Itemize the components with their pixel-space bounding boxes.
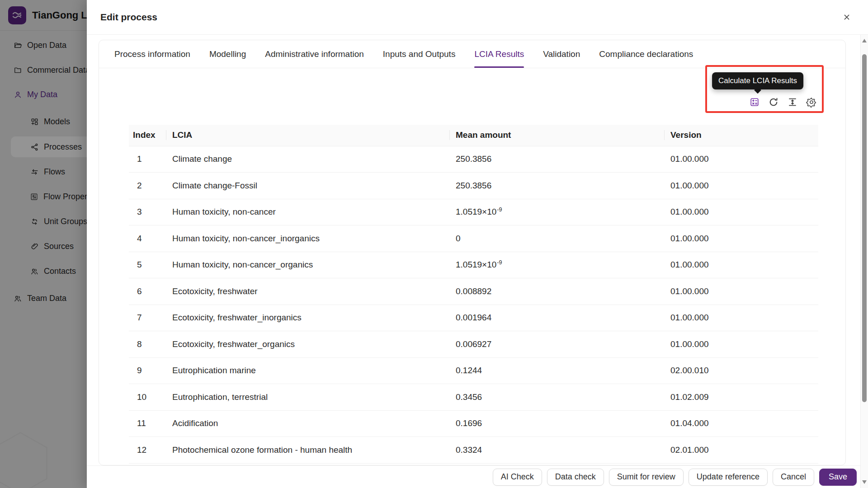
- screen: TianGong LCA Open DataCommercial DataMy …: [0, 0, 868, 488]
- tab-label: Modelling: [209, 49, 246, 59]
- drawer-footer: AI CheckData checkSumit for reviewUpdate…: [87, 465, 868, 488]
- mean-value: 0.1244: [456, 366, 482, 375]
- lcia-table-body: 1Climate change250.385601.00.0002Climate…: [129, 146, 818, 463]
- table-row: 2Climate change-Fossil250.385601.00.000: [129, 173, 818, 199]
- cell-version: 01.00.000: [665, 225, 818, 252]
- cell-version: 01.00.000: [665, 305, 818, 331]
- calculate-lcia-results-button[interactable]: [749, 96, 760, 108]
- table-row: 7Ecotoxicity, freshwater_inorganics0.001…: [129, 305, 818, 331]
- scrollbar-thumb[interactable]: [862, 54, 867, 402]
- cell-index: 10: [129, 384, 166, 411]
- tab-administrative-information[interactable]: Administrative information: [265, 40, 364, 68]
- column-header-mean-amount: Mean amount: [450, 125, 665, 146]
- table-row: 12Photochemical ozone formation - human …: [129, 437, 818, 464]
- cell-version: 01.00.000: [665, 173, 818, 199]
- cell-index: 11: [129, 410, 166, 437]
- tab-compliance-declarations[interactable]: Compliance declarations: [599, 40, 693, 68]
- tab-process-information[interactable]: Process information: [114, 40, 190, 68]
- sumit-for-review-button[interactable]: Sumit for review: [609, 469, 684, 486]
- refresh-button[interactable]: [768, 96, 779, 108]
- cell-lcia: Climate change: [166, 146, 450, 173]
- row-height-button[interactable]: [787, 96, 798, 108]
- tab-modelling[interactable]: Modelling: [209, 40, 246, 68]
- cell-mean-amount: 1.0519×10-9: [450, 199, 665, 225]
- table-row: 5Human toxicity, non-cancer_organics1.05…: [129, 252, 818, 278]
- save-button[interactable]: Save: [819, 469, 857, 486]
- page-title: Edit process: [100, 12, 157, 23]
- table-row: 6Ecotoxicity, freshwater0.00889201.00.00…: [129, 278, 818, 305]
- cell-mean-amount: 1.0519×10-9: [450, 252, 665, 278]
- column-height-icon: [787, 97, 798, 108]
- tooltip-label: Calculate LCIA Results: [718, 76, 797, 85]
- column-header-index: Index: [129, 125, 166, 146]
- mean-value: 250.3856: [456, 154, 491, 164]
- cancel-button[interactable]: Cancel: [773, 469, 814, 486]
- cell-mean-amount: 0.006927: [450, 331, 665, 358]
- cell-version: 01.00.000: [665, 278, 818, 305]
- mean-exponent: -9: [497, 259, 502, 266]
- cell-mean-amount: 0.1244: [450, 357, 665, 384]
- cell-lcia: Ecotoxicity, freshwater: [166, 278, 450, 305]
- cell-lcia: Climate change-Fossil: [166, 173, 450, 199]
- cell-lcia: Photochemical ozone formation - human he…: [166, 437, 450, 464]
- data-check-button[interactable]: Data check: [547, 469, 604, 486]
- table-header-row: Index LCIA Mean amount Version: [129, 125, 818, 146]
- cell-index: 2: [129, 173, 166, 199]
- cell-index: 1: [129, 146, 166, 173]
- ai-check-button[interactable]: AI Check: [493, 469, 542, 486]
- table-row: 9Eutrophication marine0.124402.00.010: [129, 357, 818, 384]
- cell-version: 01.00.000: [665, 199, 818, 225]
- tab-label: Inputs and Outputs: [383, 49, 456, 59]
- cell-index: 4: [129, 225, 166, 252]
- tab-lcia-results[interactable]: LCIA Results: [474, 40, 524, 68]
- tab-label: LCIA Results: [474, 49, 524, 59]
- cell-lcia: Eutrophication marine: [166, 357, 450, 384]
- update-reference-button[interactable]: Update reference: [689, 469, 768, 486]
- tab-label: Process information: [114, 49, 190, 59]
- process-card: Process informationModellingAdministrati…: [99, 40, 846, 465]
- mean-value: 0.001964: [456, 313, 491, 322]
- tabs-bar: Process informationModellingAdministrati…: [99, 40, 845, 68]
- cell-index: 9: [129, 357, 166, 384]
- cell-index: 12: [129, 437, 166, 464]
- cell-lcia: Acidification: [166, 410, 450, 437]
- gear-icon: [806, 97, 817, 108]
- calculator-icon: [749, 97, 760, 108]
- table-toolbar: [749, 96, 817, 108]
- vertical-scrollbar[interactable]: [860, 35, 868, 488]
- cell-mean-amount: 0.001964: [450, 305, 665, 331]
- cell-version: 02.00.010: [665, 357, 818, 384]
- cell-lcia: Human toxicity, non-cancer: [166, 199, 450, 225]
- cell-index: 7: [129, 305, 166, 331]
- cell-version: 01.00.000: [665, 252, 818, 278]
- mean-value: 0.3324: [456, 445, 482, 455]
- cell-mean-amount: 0.008892: [450, 278, 665, 305]
- cell-mean-amount: 250.3856: [450, 146, 665, 173]
- table-row: 11Acidification0.169601.04.000: [129, 410, 818, 437]
- settings-button[interactable]: [806, 96, 817, 108]
- cell-mean-amount: 0.1696: [450, 410, 665, 437]
- close-icon: [842, 13, 851, 22]
- table-row: 3Human toxicity, non-cancer1.0519×10-901…: [129, 199, 818, 225]
- drawer-header: Edit process: [87, 0, 868, 35]
- tab-validation[interactable]: Validation: [543, 40, 580, 68]
- table-row: 1Climate change250.385601.00.000: [129, 146, 818, 173]
- cell-lcia: Human toxicity, non-cancer_organics: [166, 252, 450, 278]
- close-button[interactable]: [839, 9, 854, 25]
- column-header-version: Version: [665, 125, 818, 146]
- mean-value: 250.3856: [456, 181, 491, 190]
- scroll-down-arrow-icon[interactable]: [862, 480, 867, 484]
- cell-version: 01.00.000: [665, 146, 818, 173]
- cell-lcia: Eutrophication, terrestrial: [166, 384, 450, 411]
- cell-mean-amount: 0.3324: [450, 437, 665, 464]
- refresh-icon: [768, 97, 779, 108]
- cell-version: 02.01.000: [665, 437, 818, 464]
- mean-value: 1.0519×10: [456, 260, 496, 269]
- cell-mean-amount: 250.3856: [450, 173, 665, 199]
- tab-label: Compliance declarations: [599, 49, 693, 59]
- tab-inputs-and-outputs[interactable]: Inputs and Outputs: [383, 40, 456, 68]
- modal-mask[interactable]: [0, 0, 87, 488]
- cell-index: 5: [129, 252, 166, 278]
- cell-index: 3: [129, 199, 166, 225]
- scroll-up-arrow-icon[interactable]: [862, 39, 867, 42]
